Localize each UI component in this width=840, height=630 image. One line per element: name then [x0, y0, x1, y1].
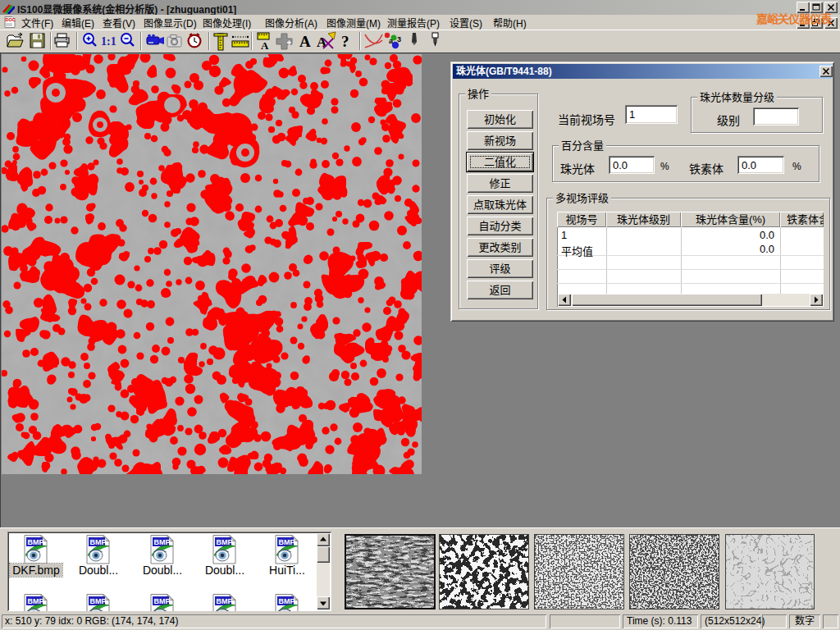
svg-text:A: A — [317, 34, 327, 50]
svg-text:?: ? — [341, 33, 349, 50]
svg-text:3: 3 — [397, 35, 401, 43]
svg-text:1:1: 1:1 — [101, 35, 116, 48]
svg-text:A: A — [261, 39, 269, 52]
svg-text:A: A — [299, 33, 311, 50]
svg-text:DOC: DOC — [6, 17, 16, 22]
